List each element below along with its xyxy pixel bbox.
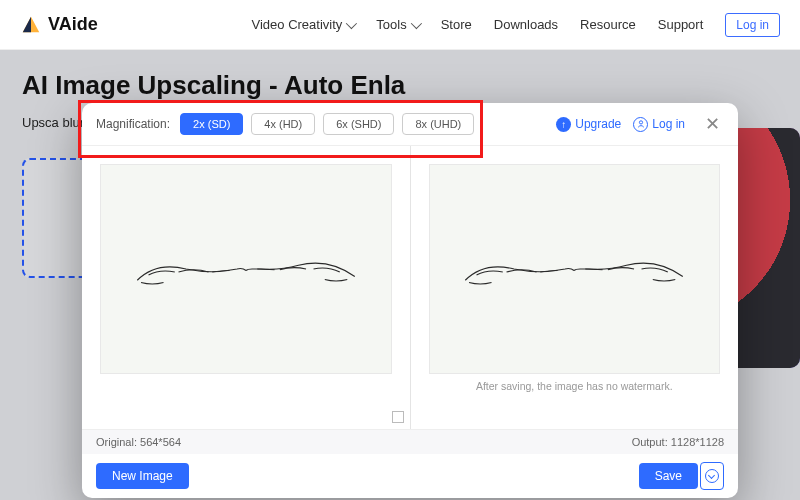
chevron-down-icon <box>346 17 357 28</box>
watermark-note: After saving, the image has no watermark… <box>429 380 721 392</box>
magnification-options: 2x (SD) 4x (HD) 6x (SHD) 8x (UHD) <box>180 113 474 135</box>
original-image <box>100 164 392 374</box>
output-pane: After saving, the image has no watermark… <box>410 146 739 429</box>
nav-downloads[interactable]: Downloads <box>494 17 558 32</box>
hands-sketch-icon <box>123 239 369 299</box>
nav-items: Video Creativity Tools Store Downloads R… <box>252 13 780 37</box>
svg-point-0 <box>639 121 642 124</box>
history-icon <box>705 469 719 483</box>
save-button[interactable]: Save <box>639 463 698 489</box>
nav-support[interactable]: Support <box>658 17 704 32</box>
nav-tools[interactable]: Tools <box>376 17 418 32</box>
new-image-button[interactable]: New Image <box>96 463 189 489</box>
compare-panes: After saving, the image has no watermark… <box>82 145 738 429</box>
nav-store[interactable]: Store <box>441 17 472 32</box>
nav-login-button[interactable]: Log in <box>725 13 780 37</box>
expand-icon[interactable] <box>392 411 404 423</box>
nav-resource[interactable]: Resource <box>580 17 636 32</box>
modal-login-link[interactable]: Log in <box>633 117 685 132</box>
hero-title: AI Image Upscaling - Auto Enla <box>22 70 422 101</box>
upgrade-icon: ↑ <box>556 117 571 132</box>
output-dimensions: Output: 1128*1128 <box>632 436 724 448</box>
modal-footer: New Image Save <box>82 454 738 498</box>
mag-option-6x[interactable]: 6x (SHD) <box>323 113 394 135</box>
brand-logo[interactable]: VAide <box>20 14 98 36</box>
save-history-button[interactable] <box>700 462 724 490</box>
close-icon[interactable]: ✕ <box>701 113 724 135</box>
dimensions-row: Original: 564*564 Output: 1128*1128 <box>82 429 738 454</box>
output-image <box>429 164 721 374</box>
user-icon <box>633 117 648 132</box>
magnification-label: Magnification: <box>96 117 170 131</box>
modal-header: Magnification: 2x (SD) 4x (HD) 6x (SHD) … <box>82 103 738 145</box>
upscale-modal: Magnification: 2x (SD) 4x (HD) 6x (SHD) … <box>82 103 738 498</box>
nav-video-creativity[interactable]: Video Creativity <box>252 17 355 32</box>
upgrade-link[interactable]: ↑ Upgrade <box>556 117 621 132</box>
top-nav: VAide Video Creativity Tools Store Downl… <box>0 0 800 50</box>
brand-text: VAide <box>48 14 98 35</box>
logo-mark-icon <box>20 14 42 36</box>
original-dimensions: Original: 564*564 <box>96 436 181 448</box>
modal-header-right: ↑ Upgrade Log in ✕ <box>556 113 724 135</box>
mag-option-2x[interactable]: 2x (SD) <box>180 113 243 135</box>
mag-option-4x[interactable]: 4x (HD) <box>251 113 315 135</box>
save-group: Save <box>639 462 724 490</box>
hands-sketch-icon <box>451 239 697 299</box>
original-pane <box>82 146 410 429</box>
mag-option-8x[interactable]: 8x (UHD) <box>402 113 474 135</box>
chevron-down-icon <box>410 17 421 28</box>
